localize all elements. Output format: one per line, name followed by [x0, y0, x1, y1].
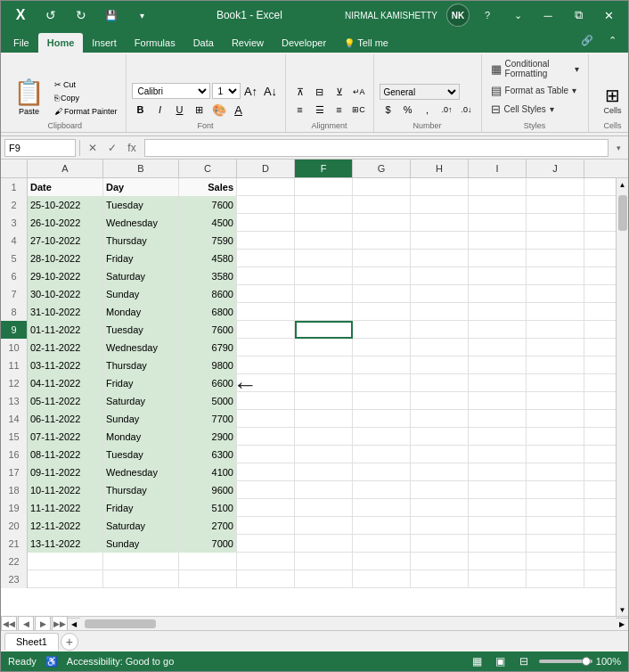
- vertical-scrollbar[interactable]: ▲ ▼: [616, 178, 628, 616]
- cell-f3[interactable]: [295, 214, 353, 232]
- cell-h6[interactable]: [411, 267, 469, 285]
- cell-f21[interactable]: [295, 535, 353, 553]
- cell-c20[interactable]: 2700: [179, 517, 237, 535]
- cell-j1[interactable]: [527, 178, 584, 196]
- cell-c7[interactable]: 8600: [179, 285, 237, 303]
- col-header-g[interactable]: G: [353, 160, 411, 177]
- cell-a10[interactable]: 02-11-2022: [28, 339, 103, 356]
- cell-h21[interactable]: [411, 535, 469, 553]
- cell-g19[interactable]: [353, 499, 411, 517]
- cell-g15[interactable]: [353, 428, 411, 446]
- cell-j23[interactable]: [527, 570, 584, 588]
- cell-j9[interactable]: [527, 321, 584, 339]
- insert-function-button[interactable]: fx: [123, 139, 141, 157]
- col-header-j[interactable]: J: [527, 160, 584, 177]
- tab-review[interactable]: Review: [223, 33, 273, 53]
- sheet-nav-first[interactable]: ◀◀: [1, 616, 17, 632]
- cell-j8[interactable]: [527, 303, 584, 321]
- cell-i20[interactable]: [469, 517, 527, 535]
- cell-a8[interactable]: 31-10-2022: [28, 303, 103, 321]
- ribbon-display-button[interactable]: ⌄: [505, 3, 530, 28]
- decrease-decimal-button[interactable]: .0↓: [458, 102, 476, 118]
- cell-a18[interactable]: 10-11-2022: [28, 481, 103, 499]
- cell-i16[interactable]: [469, 446, 527, 463]
- cell-a11[interactable]: 03-11-2022: [28, 356, 103, 374]
- cell-j21[interactable]: [527, 535, 584, 553]
- tab-formulas[interactable]: Formulas: [126, 33, 184, 53]
- tab-tell-me[interactable]: 💡Tell me: [335, 33, 397, 53]
- cell-i9[interactable]: [469, 321, 527, 339]
- cell-d8[interactable]: [237, 303, 295, 321]
- undo-button[interactable]: ↺: [38, 3, 63, 28]
- cell-d7[interactable]: [237, 285, 295, 303]
- cell-c17[interactable]: 4100: [179, 463, 237, 481]
- col-header-a[interactable]: A: [28, 160, 103, 177]
- cell-f12[interactable]: [295, 374, 353, 392]
- cell-d2[interactable]: [237, 196, 295, 214]
- col-header-d[interactable]: D: [237, 160, 295, 177]
- cell-c6[interactable]: 3580: [179, 267, 237, 285]
- format-table-button[interactable]: ▤ Format as Table ▾: [487, 82, 583, 99]
- cell-g6[interactable]: [353, 267, 411, 285]
- cell-a12[interactable]: 04-11-2022: [28, 374, 103, 392]
- cell-f10[interactable]: [295, 339, 353, 356]
- cell-g9[interactable]: [353, 321, 411, 339]
- cell-b15[interactable]: Monday: [103, 428, 179, 446]
- cell-b17[interactable]: Wednesday: [103, 463, 179, 481]
- cell-d6[interactable]: [237, 267, 295, 285]
- save-button[interactable]: 💾: [99, 3, 124, 28]
- cell-f19[interactable]: [295, 499, 353, 517]
- cell-h18[interactable]: [411, 481, 469, 499]
- cell-g11[interactable]: [353, 356, 411, 374]
- align-top-button[interactable]: ⊼: [291, 84, 309, 100]
- cell-j16[interactable]: [527, 446, 584, 463]
- view-normal-button[interactable]: ▦: [470, 653, 486, 669]
- cell-g3[interactable]: [353, 214, 411, 232]
- cell-c2[interactable]: 7600: [179, 196, 237, 214]
- cell-d17[interactable]: [237, 463, 295, 481]
- bold-button[interactable]: B: [132, 102, 150, 118]
- cell-f13[interactable]: [295, 392, 353, 410]
- sheet-nav-last[interactable]: ▶▶: [52, 616, 68, 632]
- cell-a17[interactable]: 09-11-2022: [28, 463, 103, 481]
- cell-b23[interactable]: [103, 570, 179, 588]
- cell-i15[interactable]: [469, 428, 527, 446]
- cell-g22[interactable]: [353, 553, 411, 570]
- cell-f23[interactable]: [295, 570, 353, 588]
- font-color-button[interactable]: A: [230, 102, 248, 118]
- cell-f7[interactable]: [295, 285, 353, 303]
- view-page-layout-button[interactable]: ▣: [493, 653, 509, 669]
- cell-i10[interactable]: [469, 339, 527, 356]
- cell-b5[interactable]: Friday: [103, 250, 179, 267]
- cell-h20[interactable]: [411, 517, 469, 535]
- tab-data[interactable]: Data: [184, 33, 223, 53]
- cell-h15[interactable]: [411, 428, 469, 446]
- font-name-select[interactable]: Calibri: [132, 83, 210, 99]
- cell-c10[interactable]: 6790: [179, 339, 237, 356]
- cell-i3[interactable]: [469, 214, 527, 232]
- cell-h19[interactable]: [411, 499, 469, 517]
- cell-b3[interactable]: Wednesday: [103, 214, 179, 232]
- tab-insert[interactable]: Insert: [83, 33, 126, 53]
- cell-d10[interactable]: [237, 339, 295, 356]
- cell-h8[interactable]: [411, 303, 469, 321]
- h-scroll-left[interactable]: ◀: [68, 618, 80, 630]
- cell-c3[interactable]: 4500: [179, 214, 237, 232]
- cell-j3[interactable]: [527, 214, 584, 232]
- cell-g12[interactable]: [353, 374, 411, 392]
- h-scroll-track[interactable]: [80, 618, 616, 630]
- cell-d1[interactable]: [237, 178, 295, 196]
- cell-b1[interactable]: Day: [103, 178, 179, 196]
- cell-f8[interactable]: [295, 303, 353, 321]
- cell-c8[interactable]: 6800: [179, 303, 237, 321]
- cell-d21[interactable]: [237, 535, 295, 553]
- cell-i2[interactable]: [469, 196, 527, 214]
- col-header-c[interactable]: C: [179, 160, 237, 177]
- help-button[interactable]: ?: [475, 3, 500, 28]
- cell-i21[interactable]: [469, 535, 527, 553]
- border-button[interactable]: ⊞: [191, 102, 208, 118]
- cell-a13[interactable]: 05-11-2022: [28, 392, 103, 410]
- cell-d14[interactable]: [237, 410, 295, 428]
- cell-j11[interactable]: [527, 356, 584, 374]
- scroll-thumb[interactable]: [618, 195, 627, 231]
